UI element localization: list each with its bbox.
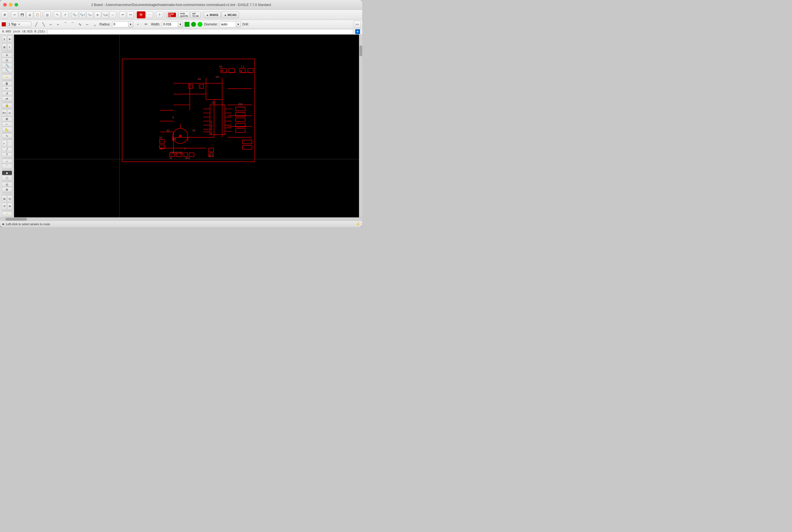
print-btn[interactable]: 🖨	[26, 11, 33, 18]
idf-icon: IDFTO 3D	[192, 13, 198, 17]
layer-dropdown[interactable]: 1 Top ▼	[7, 21, 31, 27]
ripup-btn[interactable]: ↺	[2, 203, 7, 210]
select-btn[interactable]: ↗	[61, 11, 69, 18]
designlink-logo: design link	[168, 13, 176, 17]
eye-btn[interactable]: 👁	[7, 36, 12, 43]
scroll-thumb-h[interactable]	[5, 218, 27, 221]
pad-btn[interactable]: ⊕	[2, 187, 12, 192]
autoroute-btn[interactable]: ⊞	[2, 195, 7, 203]
bend-icon1[interactable]: ⌐	[135, 21, 141, 27]
radius-dropdown-btn[interactable]: ▼	[129, 21, 133, 27]
save-btn[interactable]: 💾	[19, 11, 26, 18]
drc-btn[interactable]: R2	[2, 110, 7, 116]
wire-corner2-btn[interactable]: ⌟	[91, 21, 98, 27]
undo-file-btn[interactable]: ↩	[11, 11, 18, 18]
rect-btn[interactable]: ■	[2, 171, 12, 175]
flip-btn[interactable]: ⇌	[2, 96, 12, 101]
info-btn[interactable]: ℹ	[2, 36, 7, 43]
wire-line-btn[interactable]: ╱	[33, 21, 39, 27]
width-dropdown-btn[interactable]: ▼	[178, 21, 183, 27]
move-tool-btn[interactable]: ✛	[2, 53, 12, 58]
maximize-button[interactable]	[15, 3, 18, 6]
radius-input[interactable]: 0	[112, 21, 129, 27]
radius-value: 0	[114, 22, 115, 26]
fanout-btn[interactable]: ⊡	[7, 195, 12, 203]
zoom-out-btn[interactable]: 🔍-	[71, 11, 78, 18]
canvas-area[interactable]: + R1 10k + C1 R4 + +	[14, 35, 359, 217]
group-btn[interactable]: ⊞	[2, 117, 12, 122]
diameter-dropdown-btn[interactable]: ▼	[236, 21, 241, 27]
command-input[interactable]	[47, 29, 353, 34]
mcad-button[interactable]: ▲ MCAD	[221, 12, 239, 18]
wire-corner1-btn[interactable]: ⌐	[84, 21, 91, 27]
polygon-btn[interactable]: ⬡	[2, 175, 12, 180]
lock-btn[interactable]: 🔒	[2, 103, 12, 108]
wire-wave-btn[interactable]: ∿	[77, 21, 83, 27]
wire-line2-btn[interactable]: ╲	[40, 21, 47, 27]
redo-btn[interactable]: ↪	[127, 11, 134, 18]
follow-btn[interactable]: ⊕	[7, 203, 12, 210]
pcb-canvas[interactable]: + R1 10k + C1 R4 + +	[119, 56, 263, 172]
svg-text:3: 3	[185, 148, 186, 150]
wire-angle1-btn[interactable]: ⌐	[47, 21, 54, 27]
idf3d-button[interactable]: IDFTO 3D	[190, 12, 200, 18]
measure-btn[interactable]: 📐	[2, 127, 12, 132]
radius-input-group: 0 ▼	[112, 21, 133, 27]
cursor-btn[interactable]: ↖	[54, 11, 61, 18]
trash-btn[interactable]: 🗑	[2, 81, 12, 86]
make-label: MAKE	[210, 13, 218, 17]
rotate-btn[interactable]: ↺	[2, 91, 12, 96]
svg-rect-59	[236, 129, 245, 132]
close-button[interactable]	[3, 3, 7, 6]
horizontal-scrollbar[interactable]	[0, 217, 362, 221]
grid-btn[interactable]: ⊞	[1, 11, 8, 18]
erc-btn[interactable]: ⊡	[7, 110, 12, 116]
via-btn[interactable]: ◎	[2, 182, 12, 187]
wire-tool-btn[interactable]: ⌐	[2, 122, 12, 127]
diameter-input[interactable]: auto	[220, 21, 236, 27]
stop-btn[interactable]: ⛔	[137, 11, 146, 18]
tool2-btn[interactable]: ⌒	[7, 140, 12, 147]
more-btn[interactable]: ⋯	[146, 11, 153, 18]
zoom-full-btn[interactable]: 🔍◎	[102, 11, 109, 18]
make-button[interactable]: ▲ MAKE	[204, 12, 221, 18]
arc-btn[interactable]: ⌒	[2, 164, 12, 169]
wire-arc1-btn[interactable]: ⌒	[62, 21, 69, 27]
cut-btn[interactable]: ✂	[2, 86, 12, 91]
bend-icon2[interactable]: ✏	[143, 21, 150, 27]
warning-btn[interactable]: ⚠	[2, 211, 12, 216]
lt-dashed-sep1	[2, 74, 12, 74]
pcbquote-button[interactable]: PCBQUOTE	[178, 12, 190, 18]
vertical-scrollbar[interactable]	[359, 35, 362, 217]
radius-label: Radius:	[99, 22, 111, 26]
move-btn[interactable]: →	[109, 11, 116, 18]
circle-btn[interactable]: ○	[2, 159, 12, 164]
text-btn[interactable]: T	[2, 152, 12, 157]
zoom-area-btn[interactable]: 🔍	[2, 63, 12, 68]
wire-angle2-btn[interactable]: ⌐	[55, 21, 61, 27]
toolbar-more1[interactable]: |||	[44, 11, 51, 18]
zoom-fit-btn[interactable]: 🔍□	[86, 11, 94, 18]
dot-btn[interactable]: ●	[2, 75, 12, 79]
scroll-thumb-v[interactable]	[360, 45, 362, 56]
minimize-button[interactable]	[9, 3, 13, 6]
designlink-button[interactable]: design link	[166, 12, 178, 18]
wire-arc2-btn[interactable]: ⌒	[70, 21, 76, 27]
select-area-btn[interactable]: ⊡	[2, 58, 12, 63]
width-input[interactable]: 0.016	[162, 21, 178, 27]
add-btn[interactable]: +	[7, 43, 12, 51]
layer-selector[interactable]: 1 Top ▼	[2, 21, 31, 27]
line-btn[interactable]: ╱	[2, 147, 12, 152]
tool1-btn[interactable]: ⌐	[2, 140, 7, 147]
zoom-in-btn[interactable]: 🔍+	[79, 11, 86, 18]
wave-tool-btn[interactable]: ∿	[2, 134, 12, 138]
status-action-btn[interactable]: ▼	[355, 29, 360, 34]
undo-btn[interactable]: ↩	[119, 11, 126, 18]
zoom-fit2-btn[interactable]: ⊕	[94, 11, 101, 18]
width-label: Width:	[151, 22, 160, 26]
copy-btn[interactable]: 📋	[34, 11, 41, 18]
layers-btn[interactable]: ⊞	[2, 43, 7, 51]
help-btn[interactable]: ?	[156, 11, 163, 18]
expand-btn[interactable]: >>	[353, 21, 361, 28]
properties-btn[interactable]: 🔧	[2, 68, 12, 73]
